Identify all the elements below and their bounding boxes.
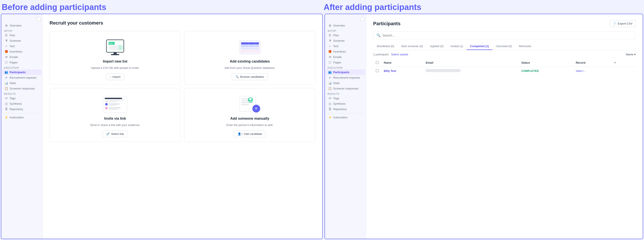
after-sidebar-item-tags[interactable]: 🏷 Tags <box>326 96 365 101</box>
user-check-icon-after: ✔ <box>328 76 332 79</box>
after-sidebar-label-screener: Screener <box>333 39 345 42</box>
after-sidebar-item-plan[interactable]: ☰ Plan <box>326 32 365 38</box>
after-main-content: Participants 📄 Export CSV 🔍 Shortlisted … <box>366 14 643 239</box>
after-sidebar-toggle[interactable] <box>360 17 364 21</box>
before-sidebar-label-emails: Emails <box>10 56 18 59</box>
before-sidebar-item-emails[interactable]: ✉ Emails <box>2 54 42 60</box>
after-sidebar-label-tags: Tags <box>333 97 339 100</box>
after-sidebar-item-participants[interactable]: 👥 Participants <box>326 70 365 75</box>
col-header-status: Status <box>519 59 573 67</box>
user-check-icon: ✔ <box>5 76 8 79</box>
before-sidebar-item-screener[interactable]: ⧩ Screener <box>2 38 42 44</box>
after-sidebar-item-recruitment-requests[interactable]: ✔ Recruitment requests <box>326 75 365 80</box>
after-sidebar-item-emails[interactable]: ✉ Emails <box>326 54 365 60</box>
recruit-card-manual[interactable]: + Add someone manually Enter the person'… <box>184 88 316 142</box>
after-sidebar-item-repository[interactable]: 🗄 Repository <box>326 106 365 112</box>
after-sidebar-section-results: Results <box>325 91 366 96</box>
participants-search-input[interactable] <box>382 34 632 37</box>
layers-icon: ◫ <box>5 102 8 105</box>
layers-icon-after: ◫ <box>328 102 332 105</box>
before-sidebar-item-incentives[interactable]: 🎁 Incentives <box>2 49 42 54</box>
add-candidate-button[interactable]: 👤+ Add candidate <box>234 130 266 137</box>
participant-count: 1 participant <box>373 53 388 56</box>
svg-text:+: + <box>254 105 258 111</box>
row-checkbox[interactable] <box>376 69 378 72</box>
import-button-label: Import <box>112 75 120 78</box>
import-icon-area: CSV ↓ <box>102 37 128 57</box>
recruit-cards-grid: CSV ↓ Import new <box>50 31 316 142</box>
before-panel: ⊞ Overview Setup ☰ Plan ⧩ Screener ✓ Tes… <box>1 14 323 239</box>
after-sidebar: ⊞ Overview Setup ☰ Plan ⧩ Screener ✓ Tes… <box>325 14 366 239</box>
after-sidebar-section-setup: Setup <box>325 28 366 32</box>
after-sidebar-item-screener[interactable]: ⧩ Screener <box>326 38 365 44</box>
tab-invited[interactable]: Invited (1) <box>447 43 466 50</box>
chevron-down-icon: ▾ <box>634 53 636 56</box>
before-sidebar-label-pages: Pages <box>10 61 18 64</box>
svg-rect-5 <box>108 47 117 48</box>
after-sidebar-label-plan: Plan <box>333 34 339 37</box>
before-sidebar-item-test[interactable]: ✓ Test <box>2 44 42 49</box>
after-sidebar-item-pages[interactable]: ☐ Pages <box>326 60 365 65</box>
after-sidebar-item-automation[interactable]: ⚡ Automation <box>326 115 365 120</box>
tab-sent-screener[interactable]: Sent screener (0) <box>398 43 426 50</box>
before-sidebar-item-repository[interactable]: 🗄 Repository <box>2 106 42 112</box>
after-sidebar-item-stats[interactable]: 📊 Stats <box>326 80 365 86</box>
after-sidebar-label-incentives: Incentives <box>333 50 346 53</box>
tab-canceled[interactable]: Canceled (0) <box>492 43 516 50</box>
before-sidebar-item-participants[interactable]: 👥 Participants <box>2 70 42 75</box>
after-sidebar-item-screener-responses[interactable]: 📋 Screener responses <box>326 86 365 91</box>
before-sidebar-item-synthesis[interactable]: ◫ Synthesis <box>2 101 42 106</box>
participant-name-link[interactable]: Billy Test <box>384 69 396 72</box>
before-sidebar-label-tags: Tags <box>10 97 16 100</box>
gift-icon-after: 🎁 <box>328 50 332 53</box>
file-icon-after: ☐ <box>328 61 332 64</box>
after-sidebar-label-test: Test <box>333 44 338 48</box>
select-all-checkbox[interactable] <box>376 61 378 64</box>
participants-header: Participants 📄 Export CSV <box>373 20 636 27</box>
select-link-button[interactable]: 🔗 Select link <box>102 130 128 137</box>
before-sidebar-item-overview[interactable]: ⊞ Overview <box>2 23 42 28</box>
after-sidebar-item-synthesis[interactable]: ◫ Synthesis <box>326 101 365 106</box>
bar-chart-icon-after: 📊 <box>328 82 332 85</box>
recruit-title: Recruit your customers <box>50 20 316 26</box>
before-sidebar-item-plan[interactable]: ☰ Plan <box>2 32 42 38</box>
before-sidebar-item-automation[interactable]: ⚡ Automation <box>2 115 42 120</box>
before-sidebar-toggle[interactable] <box>37 17 40 21</box>
tab-removed[interactable]: Removed <box>516 43 534 50</box>
grid-icon-after: ⊞ <box>328 24 332 27</box>
before-sidebar-label-stats: Stats <box>10 82 16 85</box>
add-column-button[interactable]: + <box>612 60 618 65</box>
tab-completed[interactable]: Completed (1) <box>466 43 492 50</box>
import-button[interactable]: ↓ Import <box>106 74 124 80</box>
before-sidebar-label-repository: Repository <box>10 108 23 111</box>
recruit-card-link[interactable]: Invite via link Send or share a link wit… <box>50 88 181 142</box>
recruit-card-existing[interactable]: Add existing candidates Add from your Gr… <box>184 31 316 85</box>
after-sidebar-item-test[interactable]: ✓ Test <box>326 44 365 49</box>
export-csv-button[interactable]: 📄 Export CSV <box>610 20 636 27</box>
tag-icon: 🏷 <box>5 97 8 100</box>
mail-icon: ✉ <box>5 56 8 59</box>
search-icon-participants: 🔍 <box>376 33 381 37</box>
select-subset-link[interactable]: Select subset <box>391 53 408 56</box>
grid-icon: ⊞ <box>5 24 8 27</box>
view-record-link[interactable]: View r... <box>576 69 586 72</box>
before-sidebar-item-recruitment-requests[interactable]: ✔ Recruitment requests <box>2 75 42 80</box>
svg-rect-13 <box>241 45 259 47</box>
after-panel: ⊞ Overview Setup ☰ Plan ⧩ Screener ✓ Tes… <box>324 14 643 239</box>
zap-icon-after: ⚡ <box>328 116 332 119</box>
sort-button[interactable]: Name ▾ <box>626 53 636 56</box>
existing-card-title: Add existing candidates <box>230 60 270 64</box>
tab-shortlisted[interactable]: Shortlisted (0) <box>373 43 398 50</box>
after-sidebar-item-incentives[interactable]: 🎁 Incentives <box>326 49 365 54</box>
after-sidebar-item-overview[interactable]: ⊞ Overview <box>326 23 365 28</box>
before-sidebar-item-pages[interactable]: ☐ Pages <box>2 60 42 65</box>
tab-applied[interactable]: Applied (0) <box>426 43 447 50</box>
before-sidebar-item-stats[interactable]: 📊 Stats <box>2 80 42 86</box>
before-sidebar-item-tags[interactable]: 🏷 Tags <box>2 96 42 101</box>
recruit-card-import[interactable]: CSV ↓ Import new <box>50 31 181 85</box>
before-sidebar-label-overview: Overview <box>10 24 21 27</box>
col-header-name: Name <box>381 59 423 67</box>
participants-meta: 1 participant Select subset Name ▾ <box>373 53 636 56</box>
before-sidebar-item-screener-responses[interactable]: 📋 Screener responses <box>2 86 42 91</box>
browse-candidates-button[interactable]: 🔍 Browse candidates <box>232 74 268 80</box>
